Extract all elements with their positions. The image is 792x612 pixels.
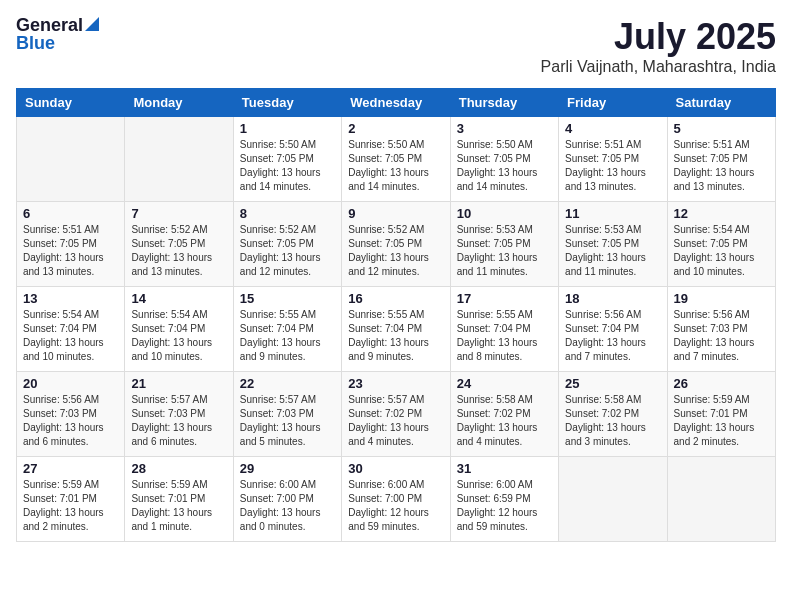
day-number: 3 [457,121,552,136]
day-header-friday: Friday [559,89,667,117]
calendar-cell: 17Sunrise: 5:55 AM Sunset: 7:04 PM Dayli… [450,287,558,372]
calendar-cell: 24Sunrise: 5:58 AM Sunset: 7:02 PM Dayli… [450,372,558,457]
cell-content: Sunrise: 5:50 AM Sunset: 7:05 PM Dayligh… [240,138,335,194]
month-title: July 2025 [541,16,776,58]
cell-content: Sunrise: 5:56 AM Sunset: 7:03 PM Dayligh… [674,308,769,364]
title-section: July 2025 Parli Vaijnath, Maharashtra, I… [541,16,776,76]
cell-content: Sunrise: 6:00 AM Sunset: 7:00 PM Dayligh… [240,478,335,534]
day-header-wednesday: Wednesday [342,89,450,117]
day-header-thursday: Thursday [450,89,558,117]
day-number: 22 [240,376,335,391]
day-number: 25 [565,376,660,391]
calendar-cell: 1Sunrise: 5:50 AM Sunset: 7:05 PM Daylig… [233,117,341,202]
day-number: 6 [23,206,118,221]
logo-general-text: General [16,16,83,34]
calendar-cell: 31Sunrise: 6:00 AM Sunset: 6:59 PM Dayli… [450,457,558,542]
calendar-header-row: SundayMondayTuesdayWednesdayThursdayFrid… [17,89,776,117]
cell-content: Sunrise: 5:56 AM Sunset: 7:03 PM Dayligh… [23,393,118,449]
calendar-cell: 26Sunrise: 5:59 AM Sunset: 7:01 PM Dayli… [667,372,775,457]
cell-content: Sunrise: 5:57 AM Sunset: 7:03 PM Dayligh… [131,393,226,449]
day-number: 29 [240,461,335,476]
calendar-cell: 29Sunrise: 6:00 AM Sunset: 7:00 PM Dayli… [233,457,341,542]
page-header: General Blue July 2025 Parli Vaijnath, M… [16,16,776,76]
day-number: 13 [23,291,118,306]
calendar-cell: 23Sunrise: 5:57 AM Sunset: 7:02 PM Dayli… [342,372,450,457]
day-number: 7 [131,206,226,221]
calendar-cell: 16Sunrise: 5:55 AM Sunset: 7:04 PM Dayli… [342,287,450,372]
cell-content: Sunrise: 5:53 AM Sunset: 7:05 PM Dayligh… [565,223,660,279]
day-number: 26 [674,376,769,391]
day-number: 23 [348,376,443,391]
calendar-cell: 28Sunrise: 5:59 AM Sunset: 7:01 PM Dayli… [125,457,233,542]
calendar-cell: 7Sunrise: 5:52 AM Sunset: 7:05 PM Daylig… [125,202,233,287]
cell-content: Sunrise: 5:54 AM Sunset: 7:04 PM Dayligh… [131,308,226,364]
svg-marker-0 [85,17,99,31]
cell-content: Sunrise: 5:52 AM Sunset: 7:05 PM Dayligh… [131,223,226,279]
calendar-week-row: 1Sunrise: 5:50 AM Sunset: 7:05 PM Daylig… [17,117,776,202]
calendar-cell: 27Sunrise: 5:59 AM Sunset: 7:01 PM Dayli… [17,457,125,542]
calendar-cell: 19Sunrise: 5:56 AM Sunset: 7:03 PM Dayli… [667,287,775,372]
calendar-cell: 10Sunrise: 5:53 AM Sunset: 7:05 PM Dayli… [450,202,558,287]
day-number: 24 [457,376,552,391]
cell-content: Sunrise: 5:52 AM Sunset: 7:05 PM Dayligh… [348,223,443,279]
cell-content: Sunrise: 6:00 AM Sunset: 7:00 PM Dayligh… [348,478,443,534]
cell-content: Sunrise: 5:59 AM Sunset: 7:01 PM Dayligh… [23,478,118,534]
logo-blue-text: Blue [16,34,99,52]
day-number: 18 [565,291,660,306]
cell-content: Sunrise: 5:59 AM Sunset: 7:01 PM Dayligh… [131,478,226,534]
day-number: 12 [674,206,769,221]
calendar-cell: 22Sunrise: 5:57 AM Sunset: 7:03 PM Dayli… [233,372,341,457]
calendar-cell: 13Sunrise: 5:54 AM Sunset: 7:04 PM Dayli… [17,287,125,372]
calendar-cell [125,117,233,202]
cell-content: Sunrise: 5:51 AM Sunset: 7:05 PM Dayligh… [23,223,118,279]
day-number: 27 [23,461,118,476]
calendar-cell [559,457,667,542]
day-number: 2 [348,121,443,136]
calendar-cell: 18Sunrise: 5:56 AM Sunset: 7:04 PM Dayli… [559,287,667,372]
calendar-cell: 6Sunrise: 5:51 AM Sunset: 7:05 PM Daylig… [17,202,125,287]
calendar-cell: 4Sunrise: 5:51 AM Sunset: 7:05 PM Daylig… [559,117,667,202]
cell-content: Sunrise: 5:50 AM Sunset: 7:05 PM Dayligh… [457,138,552,194]
day-header-tuesday: Tuesday [233,89,341,117]
calendar-cell: 8Sunrise: 5:52 AM Sunset: 7:05 PM Daylig… [233,202,341,287]
cell-content: Sunrise: 5:58 AM Sunset: 7:02 PM Dayligh… [457,393,552,449]
day-number: 9 [348,206,443,221]
calendar-cell: 9Sunrise: 5:52 AM Sunset: 7:05 PM Daylig… [342,202,450,287]
day-header-saturday: Saturday [667,89,775,117]
calendar-cell: 21Sunrise: 5:57 AM Sunset: 7:03 PM Dayli… [125,372,233,457]
day-number: 19 [674,291,769,306]
cell-content: Sunrise: 5:51 AM Sunset: 7:05 PM Dayligh… [565,138,660,194]
calendar-cell [667,457,775,542]
day-number: 30 [348,461,443,476]
logo-icon [85,17,99,31]
day-number: 31 [457,461,552,476]
cell-content: Sunrise: 5:53 AM Sunset: 7:05 PM Dayligh… [457,223,552,279]
calendar-week-row: 6Sunrise: 5:51 AM Sunset: 7:05 PM Daylig… [17,202,776,287]
day-number: 21 [131,376,226,391]
cell-content: Sunrise: 5:57 AM Sunset: 7:03 PM Dayligh… [240,393,335,449]
cell-content: Sunrise: 5:51 AM Sunset: 7:05 PM Dayligh… [674,138,769,194]
calendar-cell [17,117,125,202]
calendar-table: SundayMondayTuesdayWednesdayThursdayFrid… [16,88,776,542]
calendar-week-row: 27Sunrise: 5:59 AM Sunset: 7:01 PM Dayli… [17,457,776,542]
calendar-week-row: 20Sunrise: 5:56 AM Sunset: 7:03 PM Dayli… [17,372,776,457]
cell-content: Sunrise: 5:50 AM Sunset: 7:05 PM Dayligh… [348,138,443,194]
cell-content: Sunrise: 5:59 AM Sunset: 7:01 PM Dayligh… [674,393,769,449]
day-header-monday: Monday [125,89,233,117]
cell-content: Sunrise: 5:52 AM Sunset: 7:05 PM Dayligh… [240,223,335,279]
day-number: 17 [457,291,552,306]
logo: General Blue [16,16,99,52]
cell-content: Sunrise: 5:56 AM Sunset: 7:04 PM Dayligh… [565,308,660,364]
day-number: 4 [565,121,660,136]
cell-content: Sunrise: 5:55 AM Sunset: 7:04 PM Dayligh… [240,308,335,364]
cell-content: Sunrise: 5:57 AM Sunset: 7:02 PM Dayligh… [348,393,443,449]
calendar-cell: 12Sunrise: 5:54 AM Sunset: 7:05 PM Dayli… [667,202,775,287]
calendar-cell: 25Sunrise: 5:58 AM Sunset: 7:02 PM Dayli… [559,372,667,457]
day-number: 14 [131,291,226,306]
day-number: 28 [131,461,226,476]
cell-content: Sunrise: 5:54 AM Sunset: 7:05 PM Dayligh… [674,223,769,279]
calendar-cell: 14Sunrise: 5:54 AM Sunset: 7:04 PM Dayli… [125,287,233,372]
day-number: 10 [457,206,552,221]
day-number: 5 [674,121,769,136]
calendar-cell: 30Sunrise: 6:00 AM Sunset: 7:00 PM Dayli… [342,457,450,542]
